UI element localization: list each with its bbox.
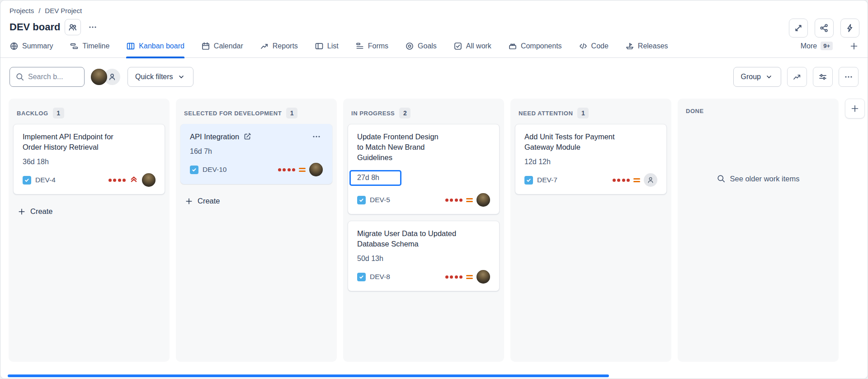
priority-highest-icon xyxy=(129,175,138,185)
tab-label: Code xyxy=(591,42,609,50)
chart-icon xyxy=(793,72,802,81)
top-bar: Projects / DEV Project DEV board xyxy=(0,0,868,35)
column-selected-for-development: SELECTED FOR DEVELOPMENT 1 API Integrati… xyxy=(176,99,337,362)
task-type-icon xyxy=(524,176,533,185)
add-view-button[interactable] xyxy=(849,42,859,58)
ship-icon xyxy=(625,42,634,51)
tab-label: Forms xyxy=(368,42,388,50)
tab-kanban-board[interactable]: Kanban board xyxy=(126,42,184,58)
insights-button[interactable] xyxy=(787,67,807,87)
card-dev-7[interactable]: Add Unit Tests for Payment Gateway Modul… xyxy=(515,124,667,194)
tab-releases[interactable]: Releases xyxy=(625,42,668,58)
timeline-icon xyxy=(70,42,79,51)
card-dev-8[interactable]: Migrate User Data to Updated Database Sc… xyxy=(348,221,500,291)
calendar-icon xyxy=(201,42,210,51)
search-box[interactable] xyxy=(9,67,85,87)
quick-filters-label: Quick filters xyxy=(135,73,173,81)
card-time-estimate: 12d 12h xyxy=(524,158,657,166)
tab-code[interactable]: Code xyxy=(579,42,609,58)
tab-all-work[interactable]: All work xyxy=(453,42,491,58)
horizontal-scrollbar[interactable] xyxy=(8,374,609,377)
board-more-button[interactable] xyxy=(85,20,100,34)
column-title: BACKLOG xyxy=(17,110,48,117)
tab-label: Reports xyxy=(273,42,298,50)
share-button[interactable] xyxy=(815,19,834,38)
view-settings-button[interactable] xyxy=(813,67,833,87)
assignee-avatar[interactable] xyxy=(142,173,156,187)
avatar[interactable] xyxy=(91,69,107,85)
people-icon xyxy=(68,22,78,32)
column-done: DONE See older work items xyxy=(678,99,839,362)
fullscreen-button[interactable] xyxy=(789,19,808,38)
tab-more[interactable]: More9+ xyxy=(801,42,833,57)
tab-list[interactable]: List xyxy=(315,42,339,58)
kanban-board-icon xyxy=(126,42,135,51)
column-title: NEED ATTENTION xyxy=(519,110,573,117)
card-dev-5[interactable]: Update Frontend Design to Match New Bran… xyxy=(348,124,500,214)
quick-filters-button[interactable]: Quick filters xyxy=(127,67,193,87)
card-key: DEV-5 xyxy=(370,196,390,204)
tab-summary[interactable]: Summary xyxy=(9,42,53,58)
kanban-board: BACKLOG 1 Implement API Endpoint for Ord… xyxy=(0,87,868,362)
target-icon xyxy=(405,42,414,51)
column-title: IN PROGRESS xyxy=(351,110,395,117)
task-type-icon xyxy=(190,166,198,174)
tab-label: More xyxy=(801,42,817,50)
tab-timeline[interactable]: Timeline xyxy=(70,42,109,58)
add-column-button[interactable] xyxy=(845,99,865,118)
tab-label: All work xyxy=(466,42,491,50)
board-options-button[interactable] xyxy=(839,67,859,87)
create-issue-button[interactable]: Create xyxy=(13,202,57,221)
card-title: Add Unit Tests for Payment Gateway Modul… xyxy=(524,132,629,152)
breadcrumb-project[interactable]: DEV Project xyxy=(45,7,82,14)
edit-title-icon[interactable] xyxy=(243,132,252,141)
lightning-icon xyxy=(845,23,855,33)
more-count-badge: 9+ xyxy=(821,42,833,50)
tab-calendar[interactable]: Calendar xyxy=(201,42,243,58)
breadcrumb: Projects / DEV Project xyxy=(9,7,859,14)
page-title: DEV board xyxy=(9,21,60,33)
group-button[interactable]: Group xyxy=(733,67,781,87)
create-issue-button[interactable]: Create xyxy=(180,191,225,211)
checkbox-icon xyxy=(453,42,462,51)
tab-reports[interactable]: Reports xyxy=(260,42,298,58)
plus-icon xyxy=(850,104,859,113)
chevron-down-icon xyxy=(177,72,186,81)
search-icon xyxy=(717,174,726,183)
tab-components[interactable]: Components xyxy=(508,42,562,58)
card-dev-10[interactable]: API Integration 16d 7h DEV-10 xyxy=(180,124,332,184)
chevron-down-icon xyxy=(764,72,774,81)
ellipsis-icon xyxy=(88,23,97,32)
view-tabs: Summary Timeline Kanban board Calendar R… xyxy=(0,35,868,58)
priority-dots xyxy=(445,275,463,279)
filter-bar: Quick filters Group xyxy=(0,58,868,87)
components-icon xyxy=(508,42,517,51)
assignee-avatar[interactable] xyxy=(309,163,323,176)
see-older-work-items-link[interactable]: See older work items xyxy=(681,174,835,183)
column-title: DONE xyxy=(686,108,704,114)
code-icon xyxy=(579,42,588,51)
card-key: DEV-8 xyxy=(370,273,390,281)
breadcrumb-projects[interactable]: Projects xyxy=(9,7,34,14)
tab-forms[interactable]: Forms xyxy=(355,42,388,58)
breadcrumb-separator: / xyxy=(38,7,40,14)
card-dev-4[interactable]: Implement API Endpoint for Order History… xyxy=(13,124,165,194)
card-menu-button[interactable] xyxy=(310,132,323,142)
expand-icon xyxy=(793,23,803,33)
automation-button[interactable] xyxy=(840,19,859,38)
ellipsis-icon xyxy=(312,132,321,141)
search-input[interactable] xyxy=(28,73,79,81)
assignee-avatar[interactable] xyxy=(476,270,490,284)
assignee-avatar[interactable] xyxy=(476,193,490,207)
card-time-estimate-focused[interactable]: 27d 8h xyxy=(349,170,401,186)
unassigned-avatar[interactable] xyxy=(644,173,657,187)
priority-dots xyxy=(613,179,630,182)
board-people-button[interactable] xyxy=(65,19,81,35)
person-icon xyxy=(646,176,655,184)
list-icon xyxy=(315,42,324,51)
tab-goals[interactable]: Goals xyxy=(405,42,437,58)
task-type-icon xyxy=(357,273,366,281)
globe-icon xyxy=(9,42,19,51)
create-label: Create xyxy=(30,207,53,216)
priority-medium-icon xyxy=(633,178,640,182)
